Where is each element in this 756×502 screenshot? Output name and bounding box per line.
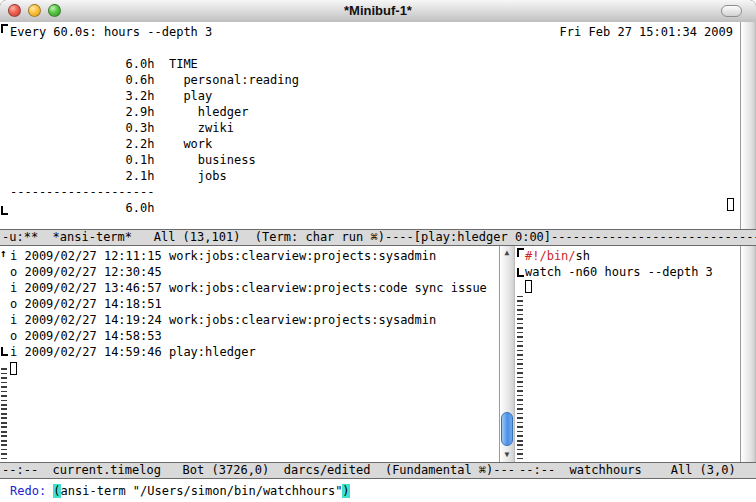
shebang-interpreter: sh — [576, 249, 590, 263]
modeline-script[interactable]: --:-- watchhours All (3,0) — [517, 462, 756, 479]
scrollbar-thumb[interactable] — [501, 412, 513, 446]
timelog-entries: i 2009/02/27 12:11:15 work:jobs:clearvie… — [10, 248, 487, 360]
timelog-window[interactable]: ↑ i 2009/02/27 12:11:15 work:jobs:clearv… — [0, 246, 499, 462]
empty-lines-indicator — [1, 368, 7, 460]
scroll-up-arrow-icon[interactable]: ▲ — [500, 248, 514, 258]
watch-header: Every 60.0s: hours --depth 3 — [10, 24, 212, 40]
buffer-top-indicator-icon — [517, 248, 524, 257]
hours-report: 6.0h TIME 0.6h personal:reading 3.2h pla… — [10, 40, 299, 216]
script-cursor — [525, 280, 532, 293]
minibuffer-command: ansi-term "/Users/simon/bin/watchhours" — [61, 484, 343, 498]
buffer-end-indicator-icon — [1, 347, 8, 356]
empty-lines-indicator — [517, 296, 523, 460]
script-window[interactable]: #!/bin/sh watch -n60 hours --depth 3 — [515, 246, 740, 462]
modeline-timelog[interactable]: --:-- current.timelog Bot (3726,0) darcs… — [0, 462, 517, 479]
watch-timestamp: Fri Feb 27 15:01:34 2009 — [560, 24, 733, 40]
emacs-frame: *Minibuf-1* Every 60.0s: hours --depth 3… — [0, 0, 756, 502]
close-paren-highlight: ) — [342, 484, 349, 498]
scroll-down-arrow-icon[interactable]: ▼ — [500, 450, 514, 460]
ansi-term-window[interactable]: Every 60.0s: hours --depth 3 Fri Feb 27 … — [0, 22, 740, 229]
toolbar-toggle-button[interactable] — [721, 5, 742, 17]
frame-content: Every 60.0s: hours --depth 3 Fri Feb 27 … — [0, 22, 756, 502]
minibuffer-prompt: Redo: — [10, 484, 53, 498]
minibuffer[interactable]: Redo: (ansi-term "/Users/simon/bin/watch… — [0, 479, 756, 502]
minibuffer-line: Redo: (ansi-term "/Users/simon/bin/watch… — [10, 483, 350, 499]
buffer-top-indicator-icon — [1, 24, 8, 33]
timelog-scrollbar[interactable]: ▲ ▼ — [499, 246, 515, 462]
timelog-cursor — [10, 362, 17, 375]
titlebar[interactable]: *Minibuf-1* — [0, 0, 756, 23]
shebang-comment: #!/bin/ — [525, 249, 576, 263]
script-shebang-line: #!/bin/sh — [525, 248, 590, 264]
modeline-ansi-term[interactable]: -u:** *ansi-term* All (13,101) (Term: ch… — [0, 229, 756, 246]
right-scrollbar[interactable] — [740, 22, 756, 479]
buffer-end-indicator-icon — [517, 268, 524, 277]
buffer-continues-up-icon: ↑ — [0, 248, 7, 259]
open-paren-highlight: ( — [53, 484, 60, 498]
term-cursor — [727, 198, 734, 211]
window-title: *Minibuf-1* — [0, 3, 756, 18]
buffer-end-indicator-icon — [1, 206, 8, 215]
script-command-line: watch -n60 hours --depth 3 — [525, 264, 713, 280]
